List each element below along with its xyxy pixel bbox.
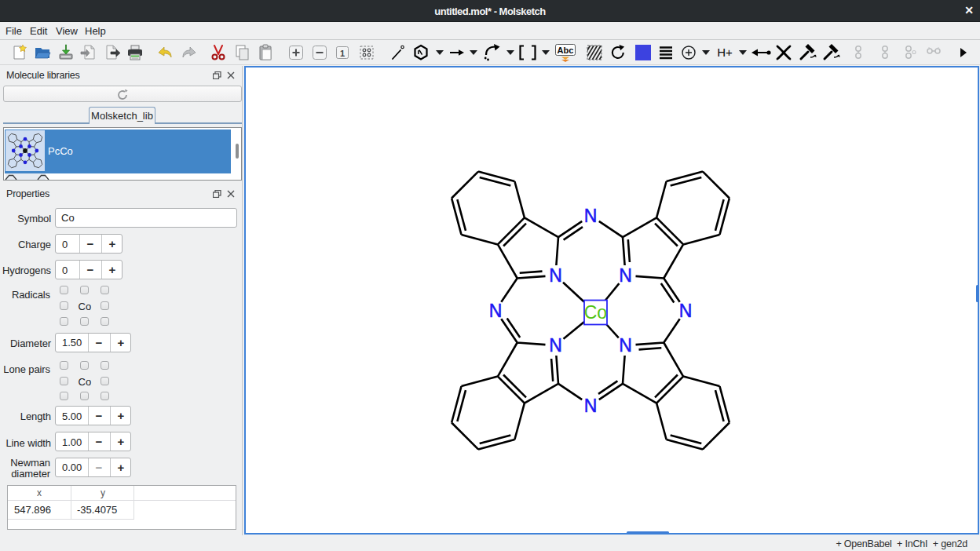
svg-text:N: N bbox=[489, 301, 503, 321]
svg-text:N: N bbox=[679, 301, 693, 321]
svg-text:N: N bbox=[549, 265, 562, 286]
svg-text:Abc: Abc bbox=[557, 45, 573, 54]
svg-text:H+: H+ bbox=[717, 46, 733, 59]
svg-text:N: N bbox=[619, 265, 632, 286]
svg-text:N: N bbox=[584, 396, 598, 416]
svg-text:N: N bbox=[584, 206, 598, 226]
svg-text:Co: Co bbox=[584, 302, 607, 323]
svg-text:1: 1 bbox=[340, 48, 345, 57]
svg-text:N: N bbox=[619, 335, 632, 356]
svg-text:N: N bbox=[549, 335, 562, 356]
